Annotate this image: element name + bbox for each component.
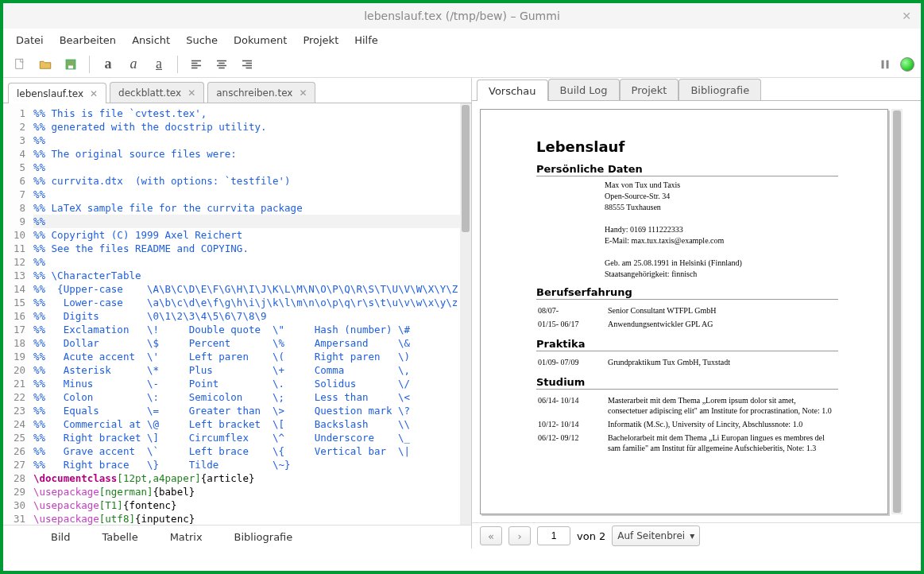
- bottom-toolbar: BildTabelleMatrixBibliografie: [3, 525, 471, 549]
- menu-dokument[interactable]: Dokument: [227, 31, 293, 49]
- preview-tab[interactable]: Build Log: [548, 79, 620, 100]
- cv-study-table: 06/14- 10/14Masterarbeit mit dem Thema „…: [536, 393, 838, 456]
- window-title: lebenslauf.tex (/tmp/bew) – Gummi: [364, 10, 560, 22]
- svg-rect-0: [16, 59, 23, 68]
- code-editor[interactable]: 1234567891011121314151617181920212223242…: [3, 103, 471, 525]
- pause-icon[interactable]: [875, 54, 895, 75]
- preview-tab[interactable]: Vorschau: [477, 80, 548, 101]
- underline-icon[interactable]: a: [149, 54, 169, 75]
- preview-scrollbar[interactable]: [891, 109, 903, 514]
- code-area[interactable]: %% This is file `cvtest.tex',%% generate…: [29, 103, 471, 525]
- cv-intern-table: 01/09- 07/09Grundpraktikum Tux GmbH, Tux…: [536, 355, 732, 370]
- menu-projekt[interactable]: Projekt: [296, 31, 345, 49]
- align-left-icon[interactable]: [186, 54, 207, 75]
- insert-bibliografie[interactable]: Bibliografie: [218, 531, 309, 543]
- prev-page-icon[interactable]: ›: [508, 526, 531, 545]
- cv-title: Lebenslauf: [536, 138, 838, 155]
- svg-rect-2: [68, 65, 73, 68]
- close-tab-icon[interactable]: ✕: [90, 88, 98, 99]
- editor-tab[interactable]: deckblatt.tex✕: [110, 82, 204, 103]
- first-page-icon[interactable]: «: [480, 526, 502, 545]
- toolbar: a a a: [3, 51, 921, 78]
- chevron-down-icon: ▾: [690, 530, 694, 541]
- menu-bearbeiten[interactable]: Bearbeiten: [53, 31, 122, 49]
- page-number-input[interactable]: [537, 526, 570, 545]
- svg-rect-3: [882, 60, 884, 68]
- bold-icon[interactable]: a: [98, 54, 118, 75]
- italic-icon[interactable]: a: [123, 54, 144, 75]
- editor-scrollbar[interactable]: [460, 103, 471, 525]
- titlebar: lebenslauf.tex (/tmp/bew) – Gummi ✕: [3, 3, 921, 29]
- preview-page: Lebenslauf Persönliche Daten Max von Tux…: [480, 109, 888, 514]
- cv-section-work: Berufserfahrung: [536, 286, 838, 300]
- editor-tab[interactable]: anschreiben.tex✕: [207, 82, 315, 103]
- cv-work-table: 08/07-Senior Consultant WTFPL GmbH01/15-…: [536, 303, 717, 332]
- cv-personal-data: Max von Tux und TaxisOpen-Source-Str. 34…: [605, 180, 838, 280]
- separator: [177, 56, 178, 73]
- line-gutter: 1234567891011121314151617181920212223242…: [3, 103, 29, 525]
- close-icon[interactable]: ✕: [902, 10, 911, 22]
- editor-tabs: lebenslauf.tex✕deckblatt.tex✕anschreiben…: [3, 78, 471, 103]
- close-tab-icon[interactable]: ✕: [188, 87, 195, 99]
- page-of-label: von 2: [577, 530, 605, 542]
- save-file-icon[interactable]: [60, 54, 81, 75]
- cv-section-study: Studium: [536, 376, 838, 390]
- align-right-icon[interactable]: [237, 54, 257, 75]
- menu-datei[interactable]: Datei: [10, 31, 50, 49]
- preview-tabs: VorschauBuild LogProjektBibliografie: [472, 78, 921, 101]
- zoom-select[interactable]: Auf Seitenbrei ▾: [612, 526, 700, 546]
- menu-hilfe[interactable]: Hilfe: [348, 31, 385, 49]
- menu-ansicht[interactable]: Ansicht: [126, 31, 176, 49]
- new-file-icon[interactable]: [10, 54, 30, 75]
- align-center-icon[interactable]: [211, 54, 232, 75]
- insert-tabelle[interactable]: Tabelle: [86, 531, 153, 543]
- insert-matrix[interactable]: Matrix: [154, 531, 218, 543]
- preview-nav: « › von 2 Auf Seitenbrei ▾: [472, 522, 921, 549]
- svg-rect-4: [887, 60, 889, 68]
- open-file-icon[interactable]: [35, 54, 56, 75]
- preview-tab[interactable]: Projekt: [620, 79, 679, 100]
- preview-area: Lebenslauf Persönliche Daten Max von Tux…: [472, 101, 921, 522]
- insert-bild[interactable]: Bild: [35, 531, 86, 543]
- status-light-icon: [900, 57, 914, 72]
- menu-suche[interactable]: Suche: [180, 31, 224, 49]
- editor-tab[interactable]: lebenslauf.tex✕: [8, 83, 106, 103]
- cv-section-personal: Persönliche Daten: [536, 163, 838, 176]
- menubar: DateiBearbeitenAnsichtSucheDokumentProje…: [3, 29, 921, 51]
- preview-tab[interactable]: Bibliografie: [679, 79, 761, 100]
- cv-section-intern: Praktika: [536, 338, 838, 351]
- close-tab-icon[interactable]: ✕: [299, 87, 307, 99]
- separator: [89, 56, 90, 73]
